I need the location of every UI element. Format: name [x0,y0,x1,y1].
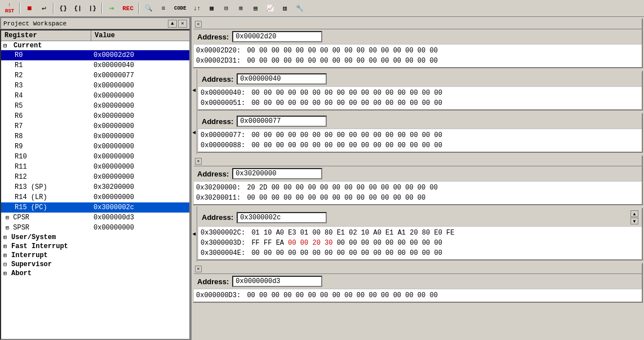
watch-button[interactable]: ⊞ [234,2,248,15]
mem-button[interactable]: ▦ [205,2,219,15]
tools-button[interactable]: 🔧 [293,2,307,15]
register-row-r2[interactable]: R2 0x00000077 [1,70,189,81]
register-row-cpsr[interactable]: ⊞ CPSR 0x000000d3 [1,213,189,223]
mem5-scroll-up[interactable]: ▲ [630,210,638,217]
undo-button[interactable]: ↩ [37,2,51,15]
mem1-address-input[interactable] [232,31,322,42]
reg-value-r10: 0x00000000 [91,152,189,161]
mem6-addr-1: 0x000000D3: [196,290,241,301]
mem6-line-1: 0x000000D3: 00 00 00 00 00 00 00 00 00 0… [196,290,639,301]
reg-button[interactable]: ▥ [278,2,292,15]
memory-window-2: Address: 0x00000040: 00 00 00 00 00 00 0… [197,70,643,111]
reg-name-r7: R7 [1,122,91,131]
mem2-content: 0x00000040: 00 00 00 00 00 00 00 00 00 0… [198,87,642,109]
register-row-r0[interactable]: R0 0x00002d20 [1,50,189,60]
register-header: Register Value [1,30,189,41]
reg-value-r11: 0x00000000 [91,162,189,171]
mem2-container: ◄ Address: 0x00000040: 00 00 00 00 00 00… [192,69,644,112]
register-row-r11[interactable]: R11 0x00000000 [1,162,189,172]
mem4-address-input[interactable] [232,168,322,179]
mem4-content: 0x30200000: 20 2D 00 00 00 00 00 00 00 0… [194,182,642,204]
mem6-titlebar-left: ✕ [195,266,202,272]
register-row-r4[interactable]: R4 0x00000000 [1,91,189,101]
supervisor-label: Supervisor [9,260,52,268]
register-row-r13[interactable]: R13 (SP) 0x30200000 [1,182,189,192]
register-row-spsr[interactable]: ⊞ SPSR 0x00000000 [1,223,189,233]
fast-interrupt-group[interactable]: ⊞ Fast Interrupt [1,242,189,251]
register-row-r12[interactable]: R12 0x00000000 [1,172,189,182]
panel-close-btn[interactable]: ✕ [178,20,187,28]
toolbar-sep-4 [139,3,140,14]
mem2-line-1: 0x00000040: 00 00 00 00 00 00 00 00 00 0… [201,88,639,98]
list-button[interactable]: ≡ [157,2,170,15]
mem5-addr-1: 0x3000002C: [201,228,245,238]
register-row-r14[interactable]: R14 (LR) 0x00000000 [1,192,189,202]
mem6-content: 0x000000D3: 00 00 00 00 00 00 00 00 00 0… [194,289,642,302]
interrupt-label: Interrupt [9,251,48,259]
mem1-close-btn[interactable]: ✕ [195,21,202,28]
mem1-address-bar: Address: [194,29,642,45]
brace-button-1[interactable]: {} [56,2,70,15]
arrow-button[interactable]: ⇒ [105,2,118,15]
mem6-address-bar: Address: [194,274,642,289]
mem5-line-3: 0x3000004E: 00 00 00 00 00 00 00 00 00 0… [201,248,639,258]
reg-value-r6: 0x00000000 [91,112,189,121]
user-system-group[interactable]: ⊞ User/System [1,233,189,242]
stack-button[interactable]: ⊟ [220,2,233,15]
abort-group[interactable]: ⊞ Abort [1,269,189,278]
var-button[interactable]: ▤ [249,2,263,15]
expand-icon-fiq: ⊞ [1,243,9,250]
mem5-line-1: 0x3000002C: 01 10 A0 E3 01 00 80 E1 02 1… [201,228,639,238]
supervisor-group[interactable]: ⊟ Supervisor [1,260,189,269]
panel-minimize-btn[interactable]: ▲ [168,20,177,28]
mem1-address-label: Address: [197,33,229,41]
mem4-titlebar-left: ✕ [195,158,202,165]
mem1-titlebar: ✕ [194,19,642,29]
register-row-r1[interactable]: R1 0x00000040 [1,60,189,70]
register-row-r6[interactable]: R6 0x00000000 [1,111,189,121]
current-group-header[interactable]: ⊟ Current [1,41,189,50]
register-row-r9[interactable]: R9 0x00000000 [1,142,189,152]
rst-button[interactable]: ↑ RST [2,2,17,15]
reg-name-r10: R10 [1,152,91,161]
mem2-line-2: 0x00000051: 00 00 00 00 00 00 00 00 00 0… [201,98,639,108]
register-row-r7[interactable]: R7 0x00000000 [1,121,189,131]
register-row-r3[interactable]: R3 0x00000000 [1,81,189,91]
value-col-header: Value [91,30,189,41]
memory-window-5: Address: ▲ ▼ 0x3000002C: 01 10 A0 E3 01 … [197,207,643,260]
register-row-r10[interactable]: R10 0x00000000 [1,152,189,162]
mem5-address-input[interactable] [237,212,327,223]
zoom-button[interactable]: 🔍 [142,2,156,15]
reg-value-r1: 0x00000040 [91,61,189,70]
brace-button-2[interactable]: {| [71,2,85,15]
register-row-r15[interactable]: R15 (PC) 0x3000002c [1,202,189,213]
reg-name-r13: R13 (SP) [1,183,91,192]
mem3-bytes-1: 00 00 00 00 00 00 00 00 00 00 00 00 00 0… [247,130,442,140]
rec-button[interactable]: REC [119,2,136,15]
mem3-content: 0x00000077: 00 00 00 00 00 00 00 00 00 0… [198,129,642,152]
mem3-address-input[interactable] [237,116,327,127]
expand-icon: ⊟ [3,42,11,49]
mem6-close-btn[interactable]: ✕ [195,266,202,272]
brace-button-3[interactable]: |} [86,2,99,15]
stop-button[interactable]: ■ [23,2,36,15]
step-button[interactable]: ↓↑ [190,2,204,15]
interrupt-group[interactable]: ⊞ Interrupt [1,251,189,260]
graph-button[interactable]: 📈 [264,2,277,15]
mem5-scroll-down[interactable]: ▼ [630,218,638,224]
mem4-address-bar: Address: [194,166,642,182]
reg-name-r15: R15 (PC) [1,203,91,212]
code-button[interactable]: CODE [171,2,189,15]
mem2-address-input[interactable] [237,73,327,85]
mem3-line-1: 0x00000077: 00 00 00 00 00 00 00 00 00 0… [201,130,639,140]
mem2-address-label: Address: [202,75,233,83]
mem6-address-input[interactable] [232,276,322,287]
mem5-container: ◄ Address: ▲ ▼ 0x3000002C: 01 [192,206,644,262]
register-row-r8[interactable]: R8 0x00000000 [1,131,189,142]
mem2-arrow-col: ◄ [192,69,197,112]
mem4-close-btn[interactable]: ✕ [195,158,202,165]
main-container: Project Workspace ▲ ✕ Register Value ⊟ C… [0,17,644,340]
mem4-address-label: Address: [197,170,229,178]
mem3-address-label: Address: [202,117,233,126]
register-row-r5[interactable]: R5 0x00000000 [1,101,189,111]
